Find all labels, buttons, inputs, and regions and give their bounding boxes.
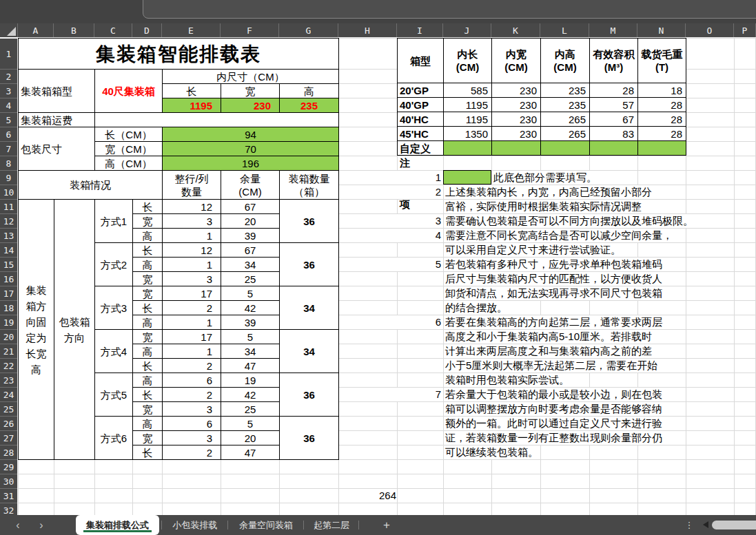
mode-name-4[interactable]: 方式4 bbox=[95, 330, 133, 373]
row-header-13[interactable]: 13 bbox=[0, 229, 17, 243]
type-40'GP-value-4[interactable]: 28 bbox=[638, 98, 686, 112]
mode2-total-boxes[interactable]: 36 bbox=[280, 243, 339, 286]
row-header-27[interactable]: 27 bbox=[0, 431, 17, 445]
type-20'GP-value-1[interactable]: 230 bbox=[492, 83, 541, 98]
freight-value-cell[interactable] bbox=[95, 113, 339, 127]
dim-col-width[interactable]: 宽 bbox=[221, 84, 280, 98]
mode5-dim-label[interactable]: 高 bbox=[133, 373, 163, 388]
column-header-F[interactable]: F bbox=[221, 23, 279, 37]
mode5-remainder-value[interactable]: 42 bbox=[221, 388, 280, 402]
mode6-count-value[interactable]: 3 bbox=[163, 431, 221, 445]
row-header-19[interactable]: 19 bbox=[0, 315, 17, 330]
inner-dim-header[interactable]: 内尺寸（CM） bbox=[163, 70, 339, 84]
mode4-total-boxes[interactable]: 34 bbox=[280, 330, 339, 373]
type-45'HC-value-0[interactable]: 1350 bbox=[444, 127, 492, 141]
mode6-remainder-value[interactable]: 20 bbox=[221, 431, 280, 445]
mode4-remainder-value[interactable]: 47 bbox=[221, 359, 280, 373]
type-20'GP-value-4[interactable]: 18 bbox=[638, 83, 686, 98]
sheet-tab-qidierceng[interactable]: 起第二层 bbox=[307, 515, 356, 535]
mode6-dim-label[interactable]: 高 bbox=[133, 417, 163, 431]
column-header-M[interactable]: M bbox=[589, 23, 637, 37]
mode5-dim-label[interactable]: 宽 bbox=[133, 402, 163, 417]
mode4-dim-label[interactable]: 高 bbox=[133, 344, 163, 359]
type-name-40'HC[interactable]: 40'HC bbox=[398, 112, 444, 127]
type-45'HC-value-4[interactable]: 28 bbox=[638, 127, 686, 141]
mode-name-3[interactable]: 方式3 bbox=[95, 286, 133, 330]
box-direction-cell[interactable]: 包装箱 方向 bbox=[54, 200, 95, 460]
mode1-remainder-value[interactable]: 67 bbox=[221, 200, 280, 214]
row-header-16[interactable]: 16 bbox=[0, 272, 17, 286]
type-20'GP-value-2[interactable]: 235 bbox=[541, 83, 590, 98]
row-header-28[interactable]: 28 bbox=[0, 445, 17, 460]
mode6-dim-label[interactable]: 宽 bbox=[133, 431, 163, 445]
mode6-count-value[interactable]: 2 bbox=[163, 445, 221, 460]
mode3-remainder-value[interactable]: 5 bbox=[221, 286, 280, 301]
orientation-note-cell[interactable]: 集装 箱方 向固 定为 长宽 高 bbox=[19, 200, 54, 460]
select-all-corner[interactable] bbox=[0, 23, 18, 37]
mode3-remainder-value[interactable]: 39 bbox=[221, 315, 280, 330]
type-自定义-value-2[interactable] bbox=[541, 141, 590, 156]
mode5-dim-label[interactable]: 长 bbox=[133, 388, 163, 402]
mode2-remainder-value[interactable]: 34 bbox=[221, 258, 280, 272]
type-自定义-value-3[interactable] bbox=[590, 141, 638, 156]
mode2-count-value[interactable]: 12 bbox=[163, 243, 221, 258]
mode-name-2[interactable]: 方式2 bbox=[95, 243, 133, 286]
mode1-dim-label[interactable]: 高 bbox=[133, 229, 163, 243]
type-40'HC-value-4[interactable]: 28 bbox=[638, 112, 686, 127]
types-header-type[interactable]: 箱型 bbox=[398, 39, 444, 83]
mode2-remainder-value[interactable]: 67 bbox=[221, 243, 280, 258]
container-type-value[interactable]: 40尺集装箱 bbox=[95, 70, 163, 113]
type-40'GP-value-0[interactable]: 1195 bbox=[444, 98, 492, 112]
mode4-dim-label[interactable]: 长 bbox=[133, 359, 163, 373]
hscroll-left-arrow-icon[interactable] bbox=[703, 521, 708, 528]
row-header-4[interactable]: 4 bbox=[0, 98, 17, 113]
sheet-tab-xiaobaozhuang[interactable]: 小包装排载 bbox=[165, 515, 225, 535]
type-40'GP-value-2[interactable]: 235 bbox=[541, 98, 590, 112]
mode1-remainder-value[interactable]: 20 bbox=[221, 214, 280, 229]
box-count-header[interactable]: 装箱数量 （箱） bbox=[280, 171, 339, 200]
inner-length-value[interactable]: 1195 bbox=[163, 98, 221, 113]
dim-col-height[interactable]: 高 bbox=[280, 84, 339, 98]
mode3-total-boxes[interactable]: 34 bbox=[280, 286, 339, 330]
inner-width-value[interactable]: 230 bbox=[221, 98, 280, 113]
row-header-31[interactable]: 31 bbox=[0, 489, 17, 503]
type-name-20'GP[interactable]: 20'GP bbox=[398, 83, 444, 98]
column-header-J[interactable]: J bbox=[443, 23, 491, 37]
type-name-45'HC[interactable]: 45'HC bbox=[398, 127, 444, 141]
type-自定义-value-1[interactable] bbox=[492, 141, 541, 156]
tab-overflow-menu-icon[interactable]: ⋮ bbox=[684, 515, 695, 535]
type-40'HC-value-1[interactable]: 230 bbox=[492, 112, 541, 127]
mode1-count-value[interactable]: 3 bbox=[163, 214, 221, 229]
row-header-5[interactable]: 5 bbox=[0, 113, 17, 127]
row-header-8[interactable]: 8 bbox=[0, 156, 17, 171]
mode3-remainder-value[interactable]: 42 bbox=[221, 301, 280, 315]
column-header-G[interactable]: G bbox=[279, 23, 338, 37]
types-header-height[interactable]: 内高 (CM) bbox=[541, 39, 590, 83]
row-header-22[interactable]: 22 bbox=[0, 359, 17, 373]
mode4-count-value[interactable]: 1 bbox=[163, 344, 221, 359]
mode2-dim-label[interactable]: 宽 bbox=[133, 272, 163, 286]
column-header-C[interactable]: C bbox=[94, 23, 132, 37]
sheet-tab-active[interactable]: 集装箱排载公式 bbox=[76, 515, 159, 535]
row-header-29[interactable]: 29 bbox=[0, 460, 17, 474]
type-40'HC-value-3[interactable]: 67 bbox=[590, 112, 638, 127]
type-45'HC-value-1[interactable]: 230 bbox=[492, 127, 541, 141]
mode6-dim-label[interactable]: 长 bbox=[133, 445, 163, 460]
row-header-23[interactable]: 23 bbox=[0, 373, 17, 388]
mode2-remainder-value[interactable]: 25 bbox=[221, 272, 280, 286]
row-header-30[interactable]: 30 bbox=[0, 474, 17, 489]
mode5-remainder-value[interactable]: 19 bbox=[221, 373, 280, 388]
mode-name-6[interactable]: 方式6 bbox=[95, 417, 133, 460]
sheet-main-title[interactable]: 集装箱智能排载表 bbox=[19, 39, 339, 70]
freight-label[interactable]: 集装箱运费 bbox=[19, 113, 95, 127]
cell-h31[interactable]: 264 bbox=[338, 489, 396, 503]
column-header-O[interactable]: O bbox=[686, 23, 734, 37]
dim-col-length[interactable]: 长 bbox=[163, 84, 221, 98]
column-header-P[interactable]: P bbox=[734, 23, 756, 37]
types-header-width[interactable]: 内宽 (CM) bbox=[492, 39, 541, 83]
column-header-A[interactable]: A bbox=[18, 23, 54, 37]
mode1-count-value[interactable]: 1 bbox=[163, 229, 221, 243]
package-width-label[interactable]: 宽（CM） bbox=[95, 142, 163, 156]
package-height-label[interactable]: 高（CM） bbox=[95, 156, 163, 171]
mode1-dim-label[interactable]: 长 bbox=[133, 200, 163, 214]
